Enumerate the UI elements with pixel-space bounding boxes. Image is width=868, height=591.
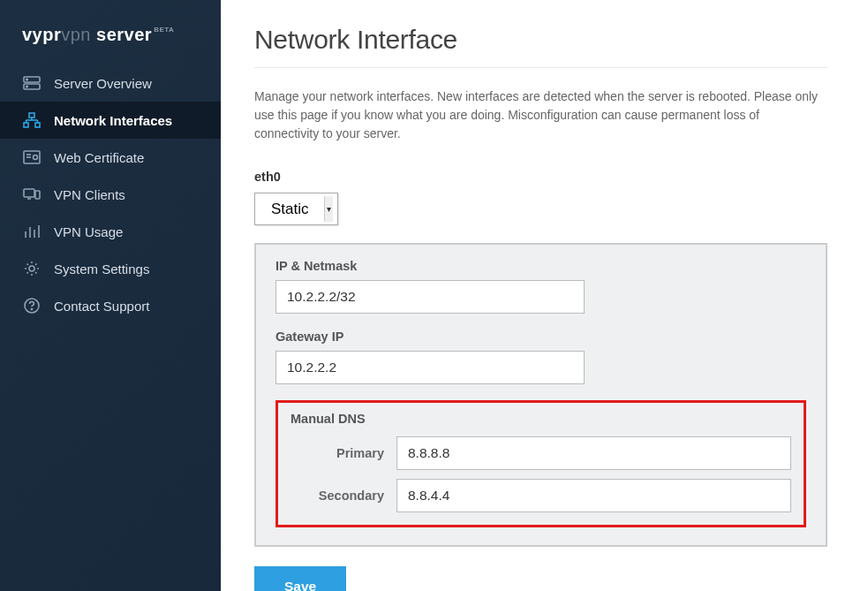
dns-primary-row: Primary <box>291 436 791 470</box>
svg-point-22 <box>29 266 34 271</box>
main-content: Network Interface Manage your network in… <box>221 0 868 591</box>
logo-beta: BETA <box>154 26 174 34</box>
ip-netmask-input[interactable] <box>275 280 585 314</box>
svg-rect-16 <box>35 191 40 199</box>
svg-rect-4 <box>29 113 34 117</box>
gear-icon <box>22 261 42 277</box>
sidebar-item-vpn-clients[interactable]: VPN Clients <box>0 176 221 213</box>
sidebar-item-label: VPN Usage <box>54 224 123 239</box>
config-box: IP & Netmask Gateway IP Manual DNS Prima… <box>254 243 827 547</box>
ip-netmask-label: IP & Netmask <box>275 259 806 273</box>
svg-rect-6 <box>35 123 40 127</box>
svg-point-2 <box>26 79 28 80</box>
svg-point-3 <box>26 86 28 87</box>
gateway-label: Gateway IP <box>275 330 806 344</box>
usage-icon <box>22 224 42 239</box>
svg-rect-5 <box>24 123 28 127</box>
logo-vpn: vpn <box>61 25 91 44</box>
logo-server: server <box>91 25 152 44</box>
dns-secondary-row: Secondary <box>291 479 791 512</box>
manual-dns-box: Manual DNS Primary Secondary <box>275 400 806 527</box>
sidebar-item-web-certificate[interactable]: Web Certificate <box>0 139 221 176</box>
dns-primary-input[interactable] <box>396 436 791 470</box>
sidebar-nav: Server Overview Network Interfaces Web C… <box>0 64 221 324</box>
sidebar-item-network-interfaces[interactable]: Network Interfaces <box>0 102 221 139</box>
svg-point-12 <box>34 155 38 160</box>
gateway-input[interactable] <box>275 351 585 384</box>
interface-name: eth0 <box>254 170 827 184</box>
sidebar-item-label: Web Certificate <box>54 150 144 165</box>
logo: vyprvpn serverBETA <box>0 0 221 64</box>
dns-secondary-input[interactable] <box>396 479 791 512</box>
sidebar-item-label: Network Interfaces <box>54 113 172 128</box>
sidebar-item-server-overview[interactable]: Server Overview <box>0 64 221 102</box>
sidebar-item-contact-support[interactable]: Contact Support <box>0 287 221 324</box>
svg-point-24 <box>31 308 32 309</box>
help-icon <box>22 298 42 314</box>
clients-icon <box>22 186 42 202</box>
mode-select-wrap: Static ▾ <box>254 193 338 225</box>
sidebar-item-label: Contact Support <box>54 299 149 314</box>
certificate-icon <box>22 149 42 165</box>
sidebar-item-vpn-usage[interactable]: VPN Usage <box>0 213 221 250</box>
save-button[interactable]: Save <box>254 566 346 591</box>
network-icon <box>22 112 42 128</box>
sidebar-item-label: VPN Clients <box>54 187 125 202</box>
dns-secondary-label: Secondary <box>291 489 396 503</box>
page-description: Manage your network interfaces. New inte… <box>254 87 827 143</box>
server-icon <box>22 75 42 91</box>
logo-vypr: vypr <box>22 25 61 44</box>
dns-primary-label: Primary <box>291 446 396 460</box>
sidebar-item-label: Server Overview <box>54 76 152 91</box>
svg-rect-15 <box>24 189 34 197</box>
page-title: Network Interface <box>254 25 827 68</box>
sidebar-item-label: System Settings <box>54 261 149 277</box>
sidebar-item-system-settings[interactable]: System Settings <box>0 250 221 287</box>
mode-select[interactable]: Static <box>254 193 338 225</box>
manual-dns-title: Manual DNS <box>291 412 791 426</box>
sidebar: vyprvpn serverBETA Server Overview Netwo… <box>0 0 221 591</box>
